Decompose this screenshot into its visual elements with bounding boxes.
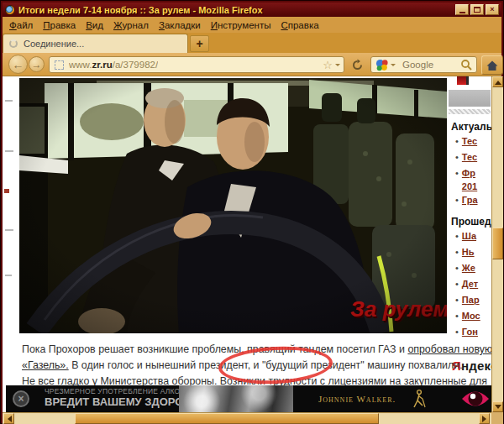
bullet-icon: • (455, 277, 459, 291)
down-arrow-icon (495, 405, 501, 412)
sidebar-link[interactable]: Гон (462, 325, 491, 338)
sidebar-link[interactable]: Фр 201 (462, 166, 491, 193)
reload-button[interactable] (349, 57, 366, 73)
sidebar-link[interactable]: Ша (462, 229, 491, 243)
article-text: Пока Прохоров решает возникшие проблемы,… (22, 343, 407, 355)
maximize-icon (474, 7, 480, 13)
window-title: Итоги недели 7-14 ноября :: За рулем - M… (18, 3, 263, 17)
scrollbar-corner (491, 412, 503, 424)
ad-banner[interactable]: × ЧРЕЗМЕРНОЕ УПОТРЕБЛЕНИЕ АЛКОГОЛЯ ВРЕДИ… (6, 385, 491, 412)
menu-item[interactable]: Справка (279, 20, 327, 30)
loading-spinner-icon (9, 39, 18, 48)
address-bar[interactable]: www.zr.ru/a/379982/ ☆ (49, 56, 344, 73)
article-photo[interactable]: За рулем За рулем (19, 78, 447, 333)
clipped-sidebar-image (457, 76, 469, 85)
tab-title: Соединение... (24, 39, 84, 49)
browser-window: Итоги недели 7-14 ноября :: За рулем - M… (1, 1, 503, 423)
site-favicon-placeholder-icon (55, 60, 64, 70)
search-bar[interactable]: Google (370, 56, 477, 73)
scroll-left-button[interactable] (3, 413, 14, 424)
sidebar-link[interactable]: Пар (462, 293, 491, 306)
alcohol-warning: ЧРЕЗМЕРНОЕ УПОТРЕБЛЕНИЕ АЛКОГОЛЯ ВРЕДИТ … (45, 387, 189, 408)
clipped-text-fragment (5, 100, 13, 102)
sidebar-link[interactable]: Тес (462, 134, 491, 148)
photo-putin-medvedev-in-gazelle: За рулем За рулем (19, 78, 447, 333)
bullet-icon: • (455, 134, 459, 148)
sidebar-heading: Прошедш (451, 216, 491, 228)
forward-button[interactable]: → (29, 56, 45, 72)
sidebar-list-item: •Фр 201 (455, 166, 491, 193)
bookmark-dropdown-icon[interactable] (335, 64, 340, 69)
scroll-down-button[interactable] (492, 401, 503, 412)
scroll-up-button[interactable] (492, 76, 503, 87)
horizontal-scroll-thumb[interactable] (75, 413, 379, 424)
search-engine-dropdown-icon[interactable] (391, 64, 396, 69)
vertical-scrollbar[interactable] (491, 76, 503, 412)
sidebar-heading: Актуальн (451, 121, 491, 133)
navigation-toolbar: ← → www.zr.ru/a/379982/ ☆ Googl (3, 53, 501, 76)
bullet-icon: • (455, 166, 459, 180)
close-button[interactable]: × (486, 4, 499, 15)
sidebar-list-item: •Нь (455, 245, 491, 261)
sidebar-list-item: •Тес (455, 150, 491, 166)
menu-bar: ФайлПравкаВидЖурналЗакладкиИнструментыСп… (3, 17, 501, 33)
minimize-button[interactable] (455, 4, 469, 15)
sidebar-sections: Актуальн•Тес•Тес•Фр 201•ГраПрошедш•Ша•Нь… (447, 121, 491, 341)
sidebar-link[interactable]: Дет (462, 277, 491, 291)
bullet-icon: • (455, 309, 459, 322)
sidebar-link[interactable]: Нь (462, 245, 491, 259)
sidebar-list-item: •Ша (455, 229, 491, 245)
sidebar-list-item: •Пар (455, 293, 491, 309)
sidebar-list-item: •Гра (455, 193, 491, 209)
screen: Итоги недели 7-14 ноября :: За рулем - M… (0, 0, 504, 424)
menu-item[interactable]: Инструменты (209, 20, 280, 30)
scroll-right-button[interactable] (479, 413, 490, 424)
warning-line-1: ЧРЕЗМЕРНОЕ УПОТРЕБЛЕНИЕ АЛКОГОЛЯ (45, 387, 189, 395)
bullet-icon: • (455, 193, 459, 207)
right-arrow-icon (482, 416, 490, 422)
title-bar[interactable]: Итоги недели 7-14 ноября :: За рулем - M… (3, 3, 501, 17)
left-arrow-icon (4, 416, 12, 422)
bullet-icon: • (455, 261, 459, 275)
new-tab-button[interactable]: + (190, 35, 209, 52)
horizontal-scrollbar[interactable] (3, 412, 491, 424)
banner-close-icon: × (18, 394, 24, 404)
article-link[interactable]: «Газель». (22, 359, 69, 371)
back-button[interactable]: ← (8, 55, 28, 74)
up-arrow-icon (495, 77, 501, 85)
sidebar-link[interactable]: Же (462, 261, 491, 275)
yandex-logo-rest: ндекс (461, 359, 491, 373)
sidebar-list-item: •Мос (455, 309, 491, 325)
vertical-scroll-thumb[interactable] (492, 228, 503, 259)
bookmark-star-icon[interactable]: ☆ (323, 60, 333, 71)
banner-close-button[interactable]: × (13, 390, 29, 407)
clipped-text-fragment (5, 275, 12, 276)
menu-item[interactable]: Закладки (157, 20, 209, 30)
sidebar-link[interactable]: Мос (462, 309, 491, 322)
sidebar-link[interactable]: Гра (462, 193, 491, 207)
menu-item[interactable]: Правка (41, 20, 84, 30)
minimize-icon (459, 12, 465, 13)
search-placeholder: Google (402, 60, 433, 70)
red-eye-icon (459, 387, 491, 411)
home-icon (486, 60, 499, 71)
forward-arrow-icon: → (32, 59, 42, 71)
sidebar-list-item: •Гон (455, 325, 491, 341)
clipped-image-fragment (4, 189, 9, 193)
tab-active[interactable]: Соединение... (3, 34, 188, 53)
menu-item[interactable]: Файл (8, 20, 41, 30)
menu-item[interactable]: Журнал (112, 20, 157, 30)
url-path: /a/379982/ (113, 60, 158, 70)
sidebar-link[interactable]: Тес (462, 150, 491, 164)
striding-man-icon (411, 389, 428, 409)
clipped-text-fragment (5, 150, 13, 152)
maximize-button[interactable] (470, 4, 484, 15)
banner-brand-text: Johnnie Walker. (318, 394, 396, 404)
home-button[interactable] (481, 55, 503, 75)
menu-item[interactable]: Вид (84, 20, 112, 30)
banner-video-frame (179, 385, 293, 412)
search-magnifier-icon[interactable] (460, 59, 472, 71)
article-link[interactable]: опробовал новую (407, 343, 491, 355)
bullet-icon: • (455, 245, 459, 259)
page-viewport: За рулем За рулем Пока Прохоров решает в… (3, 76, 491, 412)
